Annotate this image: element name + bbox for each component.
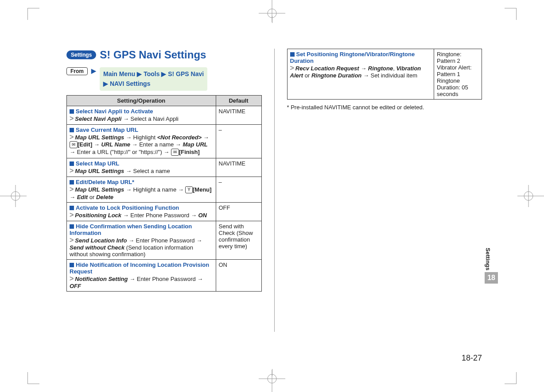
col-default: Default [216, 95, 261, 106]
chevron-right-icon: ▶ [91, 67, 96, 74]
column-separator [274, 49, 275, 332]
crop-mark [505, 372, 517, 384]
table-row: Select Map URL>Map URL Settings → Select… [67, 158, 262, 177]
chapter-number: 18 [485, 272, 498, 284]
table-row: Select Navi Appli to Activate>Select Nav… [67, 106, 262, 124]
setting-title: Hide Notification of Incoming Location P… [70, 261, 213, 275]
default-value: Ringtone: Pattern 2 Vibrator Alert: Patt… [434, 49, 482, 100]
setting-title: Activate to Lock Positioning Function [70, 204, 213, 211]
default-value: NAVITIME [216, 106, 261, 124]
page-number: 18-27 [462, 354, 482, 363]
table-row: Edit/Delete Map URL*>Map URL Settings → … [67, 177, 262, 202]
right-column: Set Positioning Ringtone/Vibrator/Ringto… [287, 49, 482, 365]
setting-title: Set Positioning Ringtone/Vibrator/Ringto… [290, 51, 431, 64]
settings-table: Setting/Operation Default Select Navi Ap… [66, 95, 262, 292]
page-title: Settings S! GPS Navi Settings [66, 49, 262, 61]
setting-title: Hide Confirmation when Sending Location … [70, 223, 213, 236]
default-value: OFF [216, 202, 261, 221]
registration-mark [259, 0, 285, 22]
setting-body: >Map URL Settings → Highlight <Not Recor… [70, 133, 213, 156]
setting-body: >Notification Setting → Enter Phone Pass… [70, 275, 213, 289]
settings-table-right: Set Positioning Ringtone/Vibrator/Ringto… [287, 49, 482, 100]
table-row: Set Positioning Ringtone/Vibrator/Ringto… [287, 49, 482, 100]
setting-body: >Map URL Settings → Highlight a name → Y… [70, 185, 213, 200]
crop-mark [27, 8, 39, 20]
left-column: Settings S! GPS Navi Settings From ▶ Mai… [66, 49, 262, 365]
table-row: Activate to Lock Positioning Function>Po… [67, 202, 262, 221]
default-value: NAVITIME [216, 158, 261, 177]
setting-title: Save Current Map URL [70, 127, 213, 133]
breadcrumb-path: Main Menu ▶ Tools ▶ S! GPS Navi ▶ NAVI S… [100, 67, 207, 91]
registration-mark [517, 185, 544, 207]
setting-body: >Recv Location Request → Ringtone, Vibra… [290, 64, 431, 79]
setting-body: >Select Navi Appli → Select a Navi Appli [70, 115, 213, 123]
crop-mark [27, 372, 39, 384]
from-label: From [66, 67, 88, 75]
registration-mark [0, 185, 27, 207]
table-row: Hide Notification of Incoming Location P… [67, 259, 262, 291]
setting-title: Select Navi Appli to Activate [70, 108, 213, 115]
side-label: Settings [485, 248, 491, 270]
crop-mark [505, 8, 517, 20]
breadcrumb: From ▶ Main Menu ▶ Tools ▶ S! GPS Navi ▶… [66, 67, 262, 91]
col-setting: Setting/Operation [67, 95, 216, 106]
setting-body: >Positioning Lock → Enter Phone Password… [70, 211, 213, 219]
setting-body: >Send Location Info → Enter Phone Passwo… [70, 236, 213, 257]
registration-mark [259, 370, 285, 392]
setting-title: Select Map URL [70, 160, 213, 167]
side-tab: Settings 18 [485, 248, 498, 284]
settings-badge: Settings [66, 50, 96, 59]
table-header-row: Setting/Operation Default [67, 95, 262, 106]
default-value: ON [216, 259, 261, 291]
title-text: S! GPS Navi Settings [100, 49, 206, 61]
default-value: – [216, 124, 261, 158]
footnote: * Pre-installed NAVITIME cannot be edite… [287, 104, 482, 111]
setting-body: >Map URL Settings → Select a name [70, 167, 213, 175]
table-row: Save Current Map URL>Map URL Settings → … [67, 124, 262, 158]
default-value: – [216, 177, 261, 202]
default-value: Send with Check (Show confirmation every… [216, 221, 261, 259]
page-content: Settings S! GPS Navi Settings From ▶ Mai… [66, 49, 482, 365]
setting-title: Edit/Delete Map URL* [70, 179, 213, 185]
table-row: Hide Confirmation when Sending Location … [67, 221, 262, 259]
